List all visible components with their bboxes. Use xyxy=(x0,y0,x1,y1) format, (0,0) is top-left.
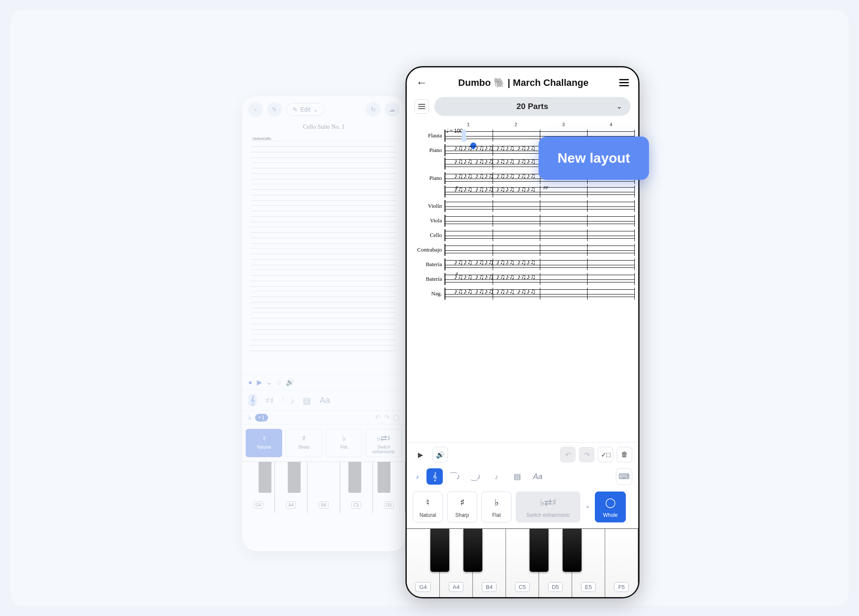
black-key[interactable] xyxy=(463,529,482,572)
accidental-flat[interactable]: ♭Flat xyxy=(481,492,512,522)
score-title: Cello Suite No. 1 xyxy=(242,120,405,134)
accidental-row: ♮Natural♯Sharp♭Flat♭⇄♯Switch enharmonic◯… xyxy=(407,489,638,528)
edit-dropdown[interactable]: ✎Edit⌄ xyxy=(286,103,325,116)
note-input-tool[interactable]: 𝄞 xyxy=(426,468,443,485)
record-icon[interactable]: ● xyxy=(248,379,253,386)
phone-old-layout: ‹ ✎ ✎Edit⌄ ↻ ☁ Cello Suite No. 1 Violonc… xyxy=(242,96,405,551)
play-menu-icon[interactable]: ⌄ xyxy=(266,378,272,386)
tie-tool-icon[interactable]: ⁀♪ xyxy=(447,468,463,485)
black-key[interactable] xyxy=(348,462,361,493)
piano-keys-old[interactable]: G4A4B4C5D5 xyxy=(242,461,405,513)
speaker-button[interactable]: 🔊 xyxy=(433,447,448,462)
chip[interactable]: • 1 xyxy=(255,414,268,422)
song-title: Dumbo 🐘 | March Challange xyxy=(458,77,588,88)
mixer-icon[interactable]: ♫ xyxy=(276,379,281,386)
tool-row: ♪ 𝄞 ⁀♪ ‿♪ 𝆔 ▤ Aa ⌨ xyxy=(407,467,638,489)
black-key[interactable] xyxy=(563,529,582,572)
instrument-label: Batería xyxy=(413,273,445,282)
instrument-label: Cello xyxy=(413,229,445,239)
dynamics-tool-icon[interactable]: 𝆔 xyxy=(291,395,294,405)
select-icon[interactable]: ▢ xyxy=(393,413,399,422)
staff[interactable] xyxy=(445,229,635,241)
black-key[interactable] xyxy=(288,462,301,493)
play-button[interactable]: ▶ xyxy=(413,447,428,462)
text-tool-icon[interactable]: Aa xyxy=(320,395,330,405)
staff[interactable] xyxy=(445,215,635,227)
accidental-switch-enharmonic: ♭⇄♯Switch enharmonic xyxy=(516,492,580,522)
beam-tool-icon[interactable]: ♯♯ xyxy=(265,395,274,406)
redo-button[interactable]: ↷ xyxy=(579,447,594,462)
accidental-natural[interactable]: ♮Natural xyxy=(246,429,282,457)
undo-button[interactable]: ↶ xyxy=(560,447,576,462)
dynamics-tool-icon[interactable]: 𝆔 xyxy=(488,468,505,485)
play-icon[interactable]: ▶ xyxy=(257,378,262,386)
accidental-flat[interactable]: ♭Flat xyxy=(326,429,362,457)
tooltip-new-layout: New layout xyxy=(539,137,649,180)
instrument-label: Piano xyxy=(413,144,445,154)
staff[interactable]: ♪♫♪♫ ♪♫♪♫ ♪♫♪♫ ♪♫♪♫ xyxy=(445,185,635,197)
accidental-sharp[interactable]: ♯Sharp xyxy=(286,429,322,457)
accidental-sharp[interactable]: ♯Sharp xyxy=(447,492,477,522)
slur-tool-icon[interactable]: ‿♪ xyxy=(468,468,484,485)
staff[interactable] xyxy=(445,200,635,212)
staff[interactable] xyxy=(445,244,635,256)
chord-icon[interactable]: ♭ xyxy=(248,413,252,422)
list-view-icon[interactable] xyxy=(414,99,429,114)
accidental-natural[interactable]: ♮Natural xyxy=(413,492,443,522)
instrument-label: Contrabajo xyxy=(413,244,445,253)
instrument-label: Flauta xyxy=(413,130,445,139)
note-switch-icon[interactable]: ♪ xyxy=(413,468,422,485)
piano-keys[interactable]: G4A4B4C5D5E5F5 xyxy=(407,528,638,597)
instrument-label: Nag. xyxy=(413,288,445,297)
score-old[interactable]: Violoncello xyxy=(242,134,405,374)
canvas: ‹ ✎ ✎Edit⌄ ↻ ☁ Cello Suite No. 1 Violonc… xyxy=(10,10,849,606)
black-key[interactable] xyxy=(259,462,271,493)
undo-icon[interactable]: ↶ xyxy=(375,413,381,422)
hamburger-icon[interactable] xyxy=(619,79,629,86)
black-key[interactable] xyxy=(430,529,449,572)
chevron-down-icon: ⌄ xyxy=(617,103,622,110)
pencil-button[interactable]: ✎ xyxy=(267,102,282,117)
play-row: ● ▶ ⌄ ♫ 🔊 xyxy=(242,374,405,390)
measure-numbers: 1 2 3 4 xyxy=(445,122,635,127)
cloud-button[interactable]: ☁ xyxy=(385,102,399,117)
speaker-icon[interactable]: 🔊 xyxy=(286,378,294,386)
instrument-label: Violín xyxy=(413,200,445,209)
black-key[interactable] xyxy=(530,529,548,572)
staff[interactable]: ♪♫♪♫ ♪♫♪♫ ♪♫♪♫ ♪♫♪♫ xyxy=(445,288,635,300)
redo-icon[interactable]: ↷ xyxy=(384,413,390,422)
keyboard-toggle-icon[interactable]: ⌨ xyxy=(616,468,632,485)
accidental-row-old: ♮Natural♯Sharp♭Flat♭⇄♯Switch enharmonic xyxy=(242,424,405,461)
staff[interactable]: ♪♫♪♫ ♪♫♪♫ ♪♫♪♫ ♪♫♪♫ xyxy=(445,273,635,285)
parts-dropdown[interactable]: 20 Parts ⌄ xyxy=(434,97,631,116)
delete-button[interactable]: 🗑 xyxy=(617,447,632,462)
instrument-label: Viola xyxy=(413,215,445,224)
select-button[interactable]: ✓□ xyxy=(598,447,613,462)
history-button[interactable]: ↻ xyxy=(366,102,381,117)
instrument-label: Batería xyxy=(413,258,445,268)
accidental-whole[interactable]: ◯Whole xyxy=(595,492,626,522)
notes-tool-icon[interactable]: 𝄞 xyxy=(248,394,257,406)
black-key[interactable] xyxy=(378,462,390,493)
white-key-B4[interactable]: B4 xyxy=(308,462,340,513)
back-button[interactable]: ← xyxy=(416,76,427,89)
instrument-label: Piano xyxy=(413,172,445,182)
measure-tool-icon[interactable]: ▤ xyxy=(509,468,525,485)
text-tool-icon[interactable]: Aa xyxy=(530,468,546,485)
measure-tool-icon[interactable]: ▤ xyxy=(303,395,311,406)
back-button[interactable]: ‹ xyxy=(248,102,263,117)
control-bar: ▶ 🔊 ↶ ↷ ✓□ 🗑 xyxy=(407,442,638,467)
accidental-switch-enharmonic[interactable]: ♭⇄♯Switch enharmonic xyxy=(366,429,402,457)
tool-row: 𝄞 ♯♯ 𝅥 𝆔 ▤ Aa xyxy=(242,390,405,410)
staff[interactable]: ♪♫♪♫ ♪♫♪♫ ♪♫♪♫ ♪♫♪♫p xyxy=(445,258,635,270)
white-key-F5[interactable]: F5 xyxy=(605,529,638,597)
